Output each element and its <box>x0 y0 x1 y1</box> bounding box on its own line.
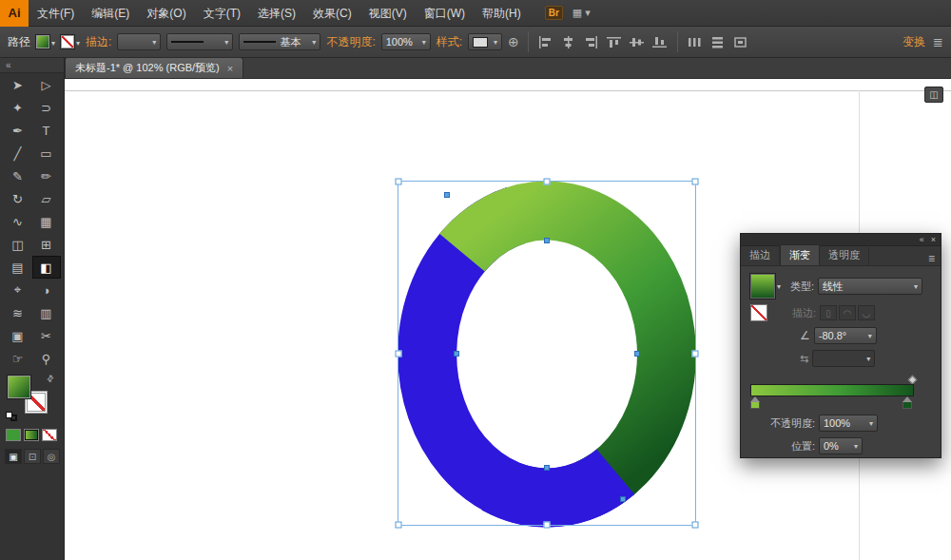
shape-builder-tool[interactable]: ◫ <box>4 233 32 256</box>
align-center-vertical-icon[interactable] <box>629 33 646 50</box>
default-fill-stroke-icon[interactable] <box>6 412 17 421</box>
hand-tool[interactable]: ☞ <box>4 347 32 370</box>
fill-color-swatch[interactable] <box>36 35 49 48</box>
anchor-point[interactable] <box>544 465 550 471</box>
menu-object[interactable]: 对象(O) <box>138 0 194 27</box>
gradient-stroke-swatch[interactable] <box>750 304 767 321</box>
mesh-tool[interactable]: ▤ <box>4 256 32 279</box>
menu-select[interactable]: 选择(S) <box>249 0 304 27</box>
resize-handle[interactable] <box>544 522 551 529</box>
gradient-across-stroke-icon[interactable]: ◡ <box>858 305 875 320</box>
resize-handle[interactable] <box>692 522 699 529</box>
stroke-panel-link[interactable]: 描边: <box>86 34 111 50</box>
resize-handle[interactable] <box>692 350 699 357</box>
anchor-point[interactable] <box>634 351 640 357</box>
selection-bounding-box[interactable] <box>398 181 696 526</box>
menu-effect[interactable]: 效果(C) <box>304 0 360 27</box>
aspect-ratio-select[interactable]: ▾ <box>812 350 875 367</box>
blend-tool[interactable]: ◑ <box>32 279 61 301</box>
eyedropper-tool[interactable]: ⌖ <box>4 279 32 301</box>
tab-transparency[interactable]: 透明度 <box>820 245 869 265</box>
stop-location-select[interactable]: 0% ▾ <box>819 437 863 454</box>
align-right-icon[interactable] <box>583 33 600 50</box>
magic-wand-tool[interactable]: ✦ <box>4 96 32 119</box>
bridge-icon[interactable]: Br <box>545 6 563 20</box>
stop-opacity-select[interactable]: 100% ▾ <box>819 415 878 432</box>
align-bottom-icon[interactable] <box>651 33 669 50</box>
workspace-switcher-icon[interactable]: ▦ ▾ <box>573 7 591 19</box>
selection-tool[interactable]: ➤ <box>4 73 32 96</box>
collapse-panel-icon[interactable]: « <box>920 235 924 244</box>
fill-color-control[interactable]: ▾ <box>36 35 55 49</box>
scale-tool[interactable]: ▱ <box>32 187 61 210</box>
rotate-tool[interactable]: ↻ <box>4 187 32 210</box>
resize-handle[interactable] <box>692 179 699 185</box>
brush-definition-select[interactable]: 基本▾ <box>239 33 320 50</box>
anchor-point[interactable] <box>544 238 550 243</box>
rectangle-tool[interactable]: ▭ <box>32 142 61 164</box>
gradient-stop-start[interactable] <box>750 401 760 409</box>
distribute-vertical-icon[interactable] <box>709 33 727 50</box>
gradient-ramp[interactable] <box>750 384 914 396</box>
gradient-fill-swatch[interactable] <box>750 274 775 299</box>
opacity-select[interactable]: 100%▾ <box>381 33 431 50</box>
gradient-within-stroke-icon[interactable]: ▯ <box>820 305 837 320</box>
document-tab[interactable]: 未标题-1* @ 102% (RGB/预览) × <box>65 57 243 78</box>
gradient-midpoint-handle[interactable] <box>908 376 918 385</box>
fill-proxy-swatch[interactable] <box>8 376 30 398</box>
resize-handle[interactable] <box>396 350 402 357</box>
menu-edit[interactable]: 编辑(E) <box>83 0 138 27</box>
menu-window[interactable]: 窗口(W) <box>416 0 474 27</box>
perspective-grid-tool[interactable]: ⊞ <box>32 233 61 256</box>
width-profile-select[interactable]: ▾ <box>166 33 233 50</box>
stroke-color-control[interactable]: ▾ <box>61 35 80 49</box>
paintbrush-tool[interactable]: ✎ <box>4 164 32 187</box>
gradient-tool[interactable]: ◧ <box>32 256 61 279</box>
reverse-gradient-icon[interactable]: ⇆ <box>800 353 808 365</box>
symbol-sprayer-tool[interactable]: ≋ <box>4 301 32 324</box>
pencil-tool[interactable]: ✏ <box>32 164 61 187</box>
graphic-style-select[interactable]: ▾ <box>468 33 502 50</box>
close-panel-icon[interactable]: × <box>931 235 936 244</box>
draw-behind-icon[interactable]: ⊡ <box>24 449 41 464</box>
style-panel-link[interactable]: 样式: <box>437 34 462 50</box>
gradient-panel[interactable]: « × 描边 渐变 透明度 ≡ ▾ 类型: 线性 ▾ 描边: ▯ <box>740 233 941 458</box>
app-logo[interactable]: Ai <box>0 0 29 27</box>
gradient-along-stroke-icon[interactable]: ◠ <box>839 305 856 320</box>
artboard-tool[interactable]: ▣ <box>4 324 32 347</box>
tab-stroke[interactable]: 描边 <box>741 245 780 265</box>
none-button[interactable] <box>42 429 57 441</box>
menu-type[interactable]: 文字(T) <box>195 0 249 27</box>
align-top-icon[interactable] <box>606 33 623 50</box>
panel-menu-icon[interactable]: ≡ <box>928 252 941 265</box>
swap-fill-stroke-icon[interactable]: ⇄ <box>45 373 56 384</box>
stroke-color-swatch[interactable] <box>61 35 74 48</box>
slice-tool[interactable]: ✂ <box>32 324 61 347</box>
gradient-button[interactable] <box>24 429 39 441</box>
gradient-angle-select[interactable]: -80.8° ▾ <box>814 327 877 344</box>
collapse-tools-panel-icon[interactable]: « <box>0 58 64 73</box>
stroke-width-select[interactable]: ▾ <box>117 33 161 50</box>
chevron-down-icon[interactable]: ▾ <box>777 282 781 291</box>
menu-file[interactable]: 文件(F) <box>29 0 83 27</box>
menu-view[interactable]: 视图(V) <box>360 0 416 27</box>
free-transform-tool[interactable]: ▦ <box>32 210 61 233</box>
type-tool[interactable]: T <box>32 119 61 142</box>
align-left-icon[interactable] <box>537 33 554 50</box>
close-tab-icon[interactable]: × <box>227 63 233 74</box>
menu-help[interactable]: 帮助(H) <box>474 0 530 27</box>
color-button[interactable] <box>6 429 21 441</box>
draw-inside-icon[interactable]: ◎ <box>43 449 60 464</box>
gradient-stop-end[interactable] <box>902 401 912 409</box>
line-segment-tool[interactable]: ╱ <box>4 142 32 164</box>
tab-gradient[interactable]: 渐变 <box>780 244 820 265</box>
anchor-point[interactable] <box>620 496 626 502</box>
panel-dock-icon[interactable]: ◫ <box>924 87 943 103</box>
control-panel-menu-icon[interactable]: ≣ <box>933 35 943 49</box>
column-graph-tool[interactable]: ▥ <box>32 301 61 324</box>
transform-panel-link[interactable]: 变换 <box>902 34 925 50</box>
draw-normal-icon[interactable]: ▣ <box>5 449 22 464</box>
recolor-artwork-icon[interactable]: ⊕ <box>508 34 519 49</box>
opacity-panel-link[interactable]: 不透明度: <box>326 34 375 50</box>
anchor-point[interactable] <box>454 351 459 357</box>
